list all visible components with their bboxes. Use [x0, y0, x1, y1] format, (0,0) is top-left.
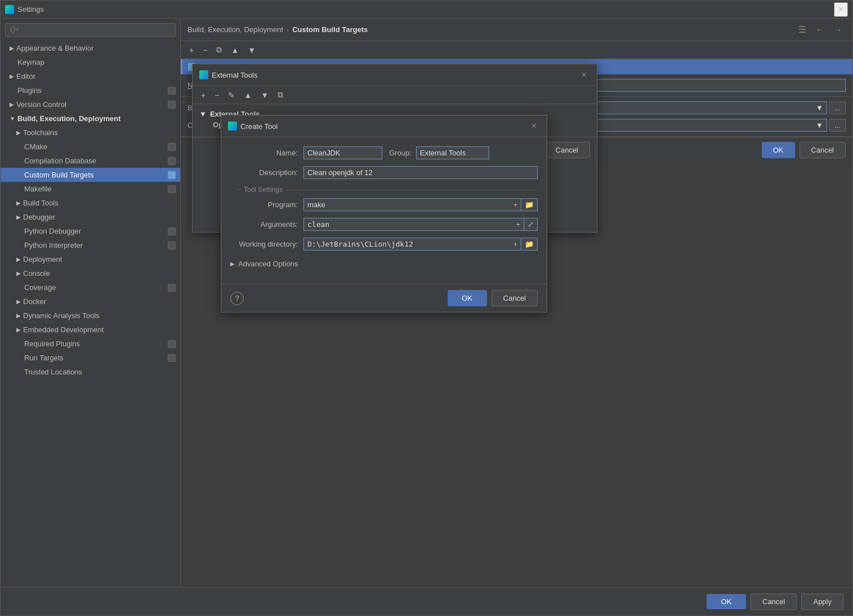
- ct-arguments-expand-button[interactable]: ⤢: [524, 218, 538, 231]
- ct-body: Name: Group: External Tools Descript: [221, 137, 547, 284]
- ct-close-button[interactable]: ×: [528, 120, 540, 132]
- ct-ok-button[interactable]: OK: [448, 290, 487, 306]
- sidebar-item-docker[interactable]: ▶ Docker: [1, 294, 180, 309]
- compdb-badge: [168, 157, 176, 165]
- ext-tools-remove-button[interactable]: −: [211, 89, 223, 101]
- chevron-right-icon-dock: ▶: [16, 298, 21, 305]
- sidebar-label-editor: Editor: [16, 72, 35, 81]
- advanced-arrow-icon: ▶: [230, 261, 235, 267]
- ct-arguments-input[interactable]: [303, 218, 512, 231]
- sidebar-item-console[interactable]: ▶ Console: [1, 266, 180, 280]
- sidebar-item-plugins[interactable]: Plugins: [1, 83, 180, 97]
- sidebar-item-cmake[interactable]: CMake: [1, 140, 180, 154]
- ct-name-input[interactable]: [303, 146, 382, 159]
- breadcrumb-menu-button[interactable]: ☰: [795, 23, 810, 36]
- search-input[interactable]: [5, 23, 176, 37]
- sidebar-label-deployment: Deployment: [23, 255, 62, 264]
- build-select-arrow: ▼: [816, 104, 823, 112]
- ct-group-select[interactable]: External Tools: [416, 146, 489, 159]
- advanced-options-toggle[interactable]: ▶ Advanced Options: [230, 257, 538, 270]
- sidebar-label-pyint: Python Interpreter: [16, 241, 168, 249]
- sidebar-item-compilation-db[interactable]: Compilation Database: [1, 154, 180, 168]
- ct-name-label: Name:: [230, 149, 298, 157]
- sidebar-item-build-tools[interactable]: ▶ Build Tools: [1, 196, 180, 210]
- tool-settings-label: Tool Settings: [230, 186, 538, 194]
- ext-tools-down-button[interactable]: ▼: [257, 89, 273, 101]
- ext-tools-up-button[interactable]: ▲: [240, 89, 256, 101]
- sidebar-item-coverage[interactable]: Coverage: [1, 280, 180, 294]
- sidebar-label-appearance: Appearance & Behavior: [16, 44, 93, 52]
- ext-tools-copy-button[interactable]: ⧉: [274, 88, 287, 101]
- ct-description-label: Description:: [230, 168, 298, 177]
- clean-ellipsis-button[interactable]: ...: [829, 119, 846, 132]
- right-panel: Build, Execution, Deployment › Custom Bu…: [181, 19, 852, 587]
- remove-target-button[interactable]: −: [199, 44, 211, 56]
- sidebar-item-embedded-dev[interactable]: ▶ Embedded Development: [1, 323, 180, 337]
- cbt-badge: [168, 171, 176, 179]
- sidebar-item-makefile[interactable]: Makefile: [1, 182, 180, 196]
- ct-program-label: Program:: [230, 200, 298, 209]
- ext-tools-add-button[interactable]: +: [197, 89, 209, 101]
- sidebar-item-editor[interactable]: ▶ Editor: [1, 69, 180, 83]
- sidebar-item-deployment[interactable]: ▶ Deployment: [1, 252, 180, 266]
- sidebar-item-appearance[interactable]: ▶ Appearance & Behavior: [1, 41, 180, 55]
- coverage-badge: [168, 284, 176, 292]
- chevron-right-icon-editor: ▶: [10, 73, 14, 79]
- ext-tools-close-button[interactable]: ×: [578, 69, 590, 81]
- sidebar-item-version-control[interactable]: ▶ Version Control: [1, 97, 180, 111]
- reqplugins-badge: [168, 340, 176, 348]
- sidebar-item-python-interpreter[interactable]: Python Interpreter: [1, 238, 180, 252]
- ct-description-row: Description:: [230, 166, 538, 179]
- close-button[interactable]: ×: [834, 2, 848, 17]
- main-apply-button[interactable]: Apply: [801, 593, 843, 610]
- sidebar-item-run-targets[interactable]: Run Targets: [1, 351, 180, 365]
- ct-cancel-button[interactable]: Cancel: [492, 290, 538, 306]
- ext-tools-edit-button[interactable]: ✎: [224, 89, 239, 101]
- tree-collapse-icon: ▼: [199, 110, 207, 118]
- back-button[interactable]: ←: [812, 23, 828, 36]
- app-icon: [5, 5, 14, 14]
- cmake-badge: [168, 143, 176, 151]
- sidebar-item-custom-build-targets[interactable]: Custom Build Targets: [1, 168, 180, 182]
- sidebar-item-python-debugger[interactable]: Python Debugger: [1, 224, 180, 238]
- window-footer: OK Cancel Apply: [1, 587, 852, 615]
- ct-program-add-button[interactable]: +: [510, 198, 521, 211]
- ct-arguments-input-group: + ⤢: [303, 218, 538, 231]
- ct-working-dir-row: Working directory: + 📁: [230, 238, 538, 251]
- sidebar-item-toolchains[interactable]: ▶ Toolchains: [1, 126, 180, 140]
- ct-program-browse-button[interactable]: 📁: [521, 198, 538, 211]
- move-down-target-button[interactable]: ▼: [244, 44, 260, 56]
- ct-program-row: Program: + 📁: [230, 198, 538, 211]
- ct-name-group-row: Name: Group: External Tools: [230, 146, 538, 159]
- chevron-right-icon-bt: ▶: [16, 200, 21, 206]
- ct-working-dir-input[interactable]: [303, 238, 510, 251]
- sidebar-label-pydbg: Python Debugger: [16, 227, 168, 235]
- panel-ok-button[interactable]: OK: [762, 142, 795, 158]
- forward-button[interactable]: →: [830, 23, 846, 36]
- ct-dialog-icon: [228, 122, 237, 131]
- sidebar-item-required-plugins[interactable]: Required Plugins: [1, 337, 180, 351]
- ext-tools-cancel-button[interactable]: Cancel: [544, 142, 590, 158]
- ct-arguments-add-button[interactable]: +: [512, 218, 524, 231]
- build-ellipsis-button[interactable]: ...: [829, 101, 846, 114]
- main-cancel-button[interactable]: Cancel: [751, 593, 797, 610]
- panel-cancel-button[interactable]: Cancel: [800, 142, 846, 158]
- move-up-target-button[interactable]: ▲: [227, 44, 243, 56]
- sidebar-label-embedded: Embedded Development: [23, 325, 104, 334]
- ct-description-input[interactable]: [303, 166, 538, 179]
- add-target-button[interactable]: +: [185, 44, 198, 56]
- ct-working-dir-add-button[interactable]: +: [510, 238, 521, 251]
- copy-target-button[interactable]: ⧉: [212, 43, 226, 56]
- sidebar-item-trusted-locations[interactable]: Trusted Locations: [1, 365, 180, 379]
- sidebar-item-debugger[interactable]: ▶ Debugger: [1, 210, 180, 224]
- sidebar-item-build-execution[interactable]: ▼ Build, Execution, Deployment: [1, 111, 180, 126]
- sidebar-item-dynamic-analysis[interactable]: ▶ Dynamic Analysis Tools: [1, 309, 180, 323]
- sidebar-item-keymap[interactable]: Keymap: [1, 55, 180, 69]
- ct-help-button[interactable]: ?: [230, 292, 244, 305]
- ext-tools-title-bar: External Tools ×: [193, 64, 597, 86]
- sidebar-label-cbt: Custom Build Targets: [16, 171, 168, 179]
- ct-program-input[interactable]: [303, 198, 510, 211]
- ct-working-dir-browse-button[interactable]: 📁: [521, 238, 538, 251]
- main-ok-button[interactable]: OK: [707, 594, 746, 609]
- sidebar-label-makefile: Makefile: [16, 185, 168, 193]
